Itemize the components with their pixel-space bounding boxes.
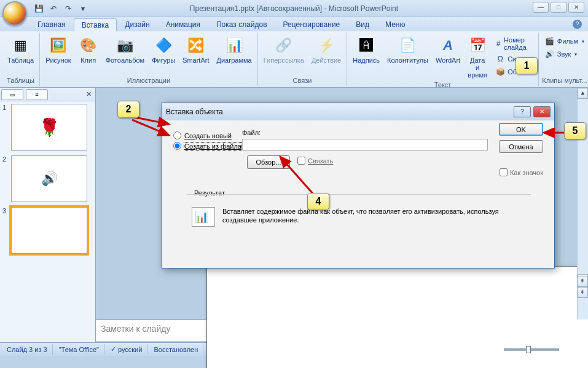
movie-button[interactable]: 🎬Фильм▾ (543, 35, 587, 47)
group-illustrations: 🖼️Рисунок 🎨Клип 📷Фотоальбом 🔷Фигуры 🔀Sma… (40, 33, 258, 86)
insert-object-dialog: Вставка объекта ? ✕ Создать новый Создат… (162, 103, 555, 268)
slides-tab[interactable]: ▭ (1, 89, 23, 100)
chart-button[interactable]: 📊Диаграмма (214, 34, 255, 66)
link-label[interactable]: Связать (308, 157, 333, 165)
object-icon: 📦 (495, 67, 505, 77)
help-icon[interactable]: ? (573, 20, 582, 29)
maximize-button[interactable]: □ (551, 2, 566, 13)
wordart-button[interactable]: AWordArt (433, 34, 463, 66)
shapes-icon: 🔷 (154, 36, 173, 55)
group-text: 🅰Надпись 📄Колонтитулы AWordArt 📅Дата и в… (347, 33, 539, 86)
slide-canvas[interactable] (206, 266, 588, 368)
callout-1: 1 (515, 57, 538, 74)
prev-slide-icon[interactable]: ⇞ (577, 276, 588, 287)
outline-tab[interactable]: ≡ (26, 89, 48, 100)
picture-button[interactable]: 🖼️Рисунок (42, 34, 74, 66)
title-bar: 💾 ↶ ↷ ▾ Презентация1.pptx [Автосохраненн… (0, 0, 588, 17)
minimize-button[interactable]: — (533, 2, 549, 13)
table-button[interactable]: ▦ Таблица (4, 34, 37, 66)
save-icon[interactable]: 💾 (32, 2, 45, 15)
textbox-button[interactable]: 🅰Надпись (350, 34, 383, 66)
close-button[interactable]: ✕ (568, 2, 584, 13)
group-tables: ▦ Таблица Таблицы (2, 33, 40, 86)
shapes-button[interactable]: 🔷Фигуры (149, 34, 178, 66)
tab-slideshow[interactable]: Показ слайдов (208, 18, 275, 31)
dialog-help-button[interactable]: ? (514, 106, 531, 117)
dialog-body: Создать новый Создать из файла Файл: Обз… (162, 120, 554, 268)
photoalbum-button[interactable]: 📷Фотоальбом (103, 34, 148, 66)
zoom-thumb[interactable] (526, 346, 531, 353)
slide-thumb-3[interactable] (11, 207, 87, 254)
smartart-button[interactable]: 🔀SmartArt (179, 34, 212, 66)
zoom-slider[interactable] (504, 348, 559, 351)
qat-customize-icon[interactable]: ▾ (76, 2, 90, 15)
chart-icon: 📊 (224, 36, 244, 55)
clip-button[interactable]: 🎨Клип (76, 34, 101, 66)
office-button[interactable] (2, 1, 27, 26)
label-from-file[interactable]: Создать из файла (184, 143, 241, 150)
slide-thumb-2[interactable]: 🔊 (11, 155, 87, 202)
tab-home[interactable]: Главная (29, 18, 74, 31)
next-slide-icon[interactable]: ⇟ (577, 287, 588, 298)
headerfooter-button[interactable]: 📄Колонтитулы (384, 34, 431, 66)
status-lang[interactable]: ✓русский (106, 344, 147, 355)
tab-design[interactable]: Дизайн (117, 18, 157, 31)
sound-button[interactable]: 🔊Звук▾ (543, 48, 587, 60)
group-label-links: Связи (261, 76, 345, 85)
group-label-illustrations: Иллюстрации (42, 76, 255, 85)
status-slide-info: Слайд 3 из 3 (2, 344, 53, 355)
cancel-button[interactable]: Отмена (499, 140, 543, 153)
scroll-up-icon[interactable]: ▲ (578, 88, 588, 99)
slide-thumb-1[interactable]: 🌹 (11, 104, 87, 151)
tab-menu[interactable]: Меню (377, 18, 413, 31)
slide-pane: ▭ ≡ ✕ 1🌹 2🔊 3 (0, 88, 96, 342)
pane-tabs: ▭ ≡ ✕ (0, 88, 95, 101)
asicon-label[interactable]: Как значок (510, 169, 543, 176)
asicon-checkbox[interactable] (500, 168, 508, 176)
group-label-media: Клипы мульт... (541, 76, 588, 85)
wordart-icon: A (438, 36, 458, 55)
sound-icon: 🔊 (545, 49, 555, 59)
photoalbum-icon: 📷 (115, 36, 135, 55)
spellcheck-icon: ✓ (111, 345, 116, 353)
action-button[interactable]: ⚡Действие (308, 34, 344, 66)
pane-close-icon[interactable]: ✕ (86, 90, 92, 98)
radio-create-new[interactable] (173, 131, 181, 139)
link-checkbox[interactable] (297, 157, 305, 165)
dialog-close-button[interactable]: ✕ (533, 106, 551, 117)
window-title: Презентация1.pptx [Автосохраненный] - Mi… (190, 4, 398, 13)
result-text: Вставляет содержимое файла как объект, ч… (222, 207, 526, 227)
ribbon: ▦ Таблица Таблицы 🖼️Рисунок 🎨Клип 📷Фотоа… (0, 31, 588, 88)
datetime-button[interactable]: 📅Дата и время (465, 34, 490, 80)
undo-icon[interactable]: ↶ (47, 2, 60, 15)
callout-5: 5 (564, 122, 586, 139)
dialog-title-bar[interactable]: Вставка объекта ? ✕ (162, 103, 554, 120)
slidenumber-button[interactable]: #Номер слайда (493, 35, 535, 52)
ribbon-tabs: Главная Вставка Дизайн Анимация Показ сл… (0, 17, 588, 31)
dialog-title: Вставка объекта (166, 108, 223, 116)
create-options: Создать новый Создать из файла (173, 131, 241, 152)
browse-button[interactable]: Обзор... (247, 155, 290, 169)
redo-icon[interactable]: ↷ (61, 2, 75, 15)
table-icon: ▦ (11, 36, 31, 55)
callout-2: 2 (117, 101, 139, 118)
file-path-input[interactable] (242, 139, 488, 151)
headerfooter-icon: 📄 (398, 36, 418, 55)
textbox-icon: 🅰 (356, 36, 376, 55)
thumb-num-2: 2 (2, 155, 9, 202)
tab-insert[interactable]: Вставка (74, 18, 117, 31)
result-icon (192, 207, 215, 227)
result-box: Вставляет содержимое файла как объект, ч… (187, 194, 531, 243)
radio-from-file[interactable] (173, 142, 181, 150)
thumbnails: 1🌹 2🔊 3 (0, 101, 95, 342)
label-create-new[interactable]: Создать новый (184, 132, 232, 139)
picture-icon: 🖼️ (49, 36, 68, 55)
tab-review[interactable]: Рецензирование (275, 18, 348, 31)
tab-view[interactable]: Вид (348, 18, 377, 31)
ok-button[interactable]: OK (499, 123, 543, 136)
thumb-num-3: 3 (2, 207, 9, 254)
hyperlink-button[interactable]: 🔗Гиперссылка (261, 34, 307, 66)
status-recovered: Восстановлен (149, 344, 203, 355)
tab-animation[interactable]: Анимация (158, 18, 208, 31)
group-label-tables: Таблицы (4, 76, 37, 85)
